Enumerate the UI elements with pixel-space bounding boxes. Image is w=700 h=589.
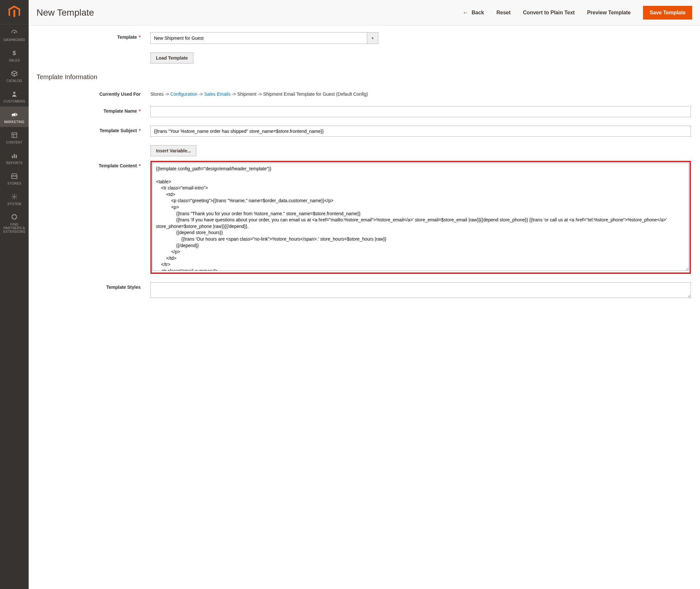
sidebar-label: SALES [9,59,20,62]
magento-logo[interactable] [0,0,29,24]
layout-icon [11,132,18,139]
bar-chart-icon [11,152,18,159]
sidebar-item-dashboard[interactable]: DASHBOARD [0,24,29,45]
sidebar-item-customers[interactable]: CUSTOMERS [0,86,29,107]
currently-used-value: Stores -> Configuration -> Sales Emails … [151,89,691,98]
convert-button[interactable]: Convert to Plain Text [523,10,574,16]
header-actions: ← Back Reset Convert to Plain Text Previ… [462,6,692,20]
chevron-down-icon[interactable]: ▼ [367,32,378,44]
back-button[interactable]: ← Back [462,9,484,16]
template-subject-input[interactable] [151,126,691,137]
sidebar-label: SYSTEM [7,202,21,206]
sidebar-item-reports[interactable]: REPORTS [0,148,29,168]
magento-logo-icon [8,6,20,19]
template-styles-label: Template Styles [36,282,151,290]
svg-rect-8 [12,156,13,158]
currently-used-label: Currently Used For [36,89,151,97]
sidebar-label: DASHBOARD [4,38,25,42]
sidebar-label: CUSTOMERS [4,100,25,103]
template-name-input[interactable] [151,106,691,117]
sidebar-item-marketing[interactable]: MARKETING [0,107,29,127]
svg-point-11 [14,196,15,198]
sidebar-item-sales[interactable]: $ SALES [0,45,29,65]
svg-rect-10 [16,155,17,158]
template-select-value[interactable] [151,32,367,44]
page-title: New Template [36,7,94,18]
person-icon [11,90,18,98]
sidebar-label: CONTENT [6,141,22,144]
template-content-label: Template Content* [36,161,151,168]
sidebar-item-partners[interactable]: FIND PARTNERS & EXTENSIONS [0,209,29,237]
load-template-button[interactable]: Load Template [151,52,193,63]
sidebar-label: STORES [7,182,21,185]
sidebar-label: REPORTS [6,161,22,165]
save-template-button[interactable]: Save Template [643,6,692,20]
arrow-left-icon: ← [462,9,468,16]
sidebar-label: MARKETING [4,120,24,124]
main-content: New Template ← Back Reset Convert to Pla… [29,0,700,589]
reset-button[interactable]: Reset [496,10,511,16]
back-label: Back [471,10,484,16]
svg-text:$: $ [13,49,16,56]
preview-button[interactable]: Preview Template [587,10,631,16]
admin-sidebar: DASHBOARD $ SALES CATALOG CUSTOMERS MARK… [0,0,29,589]
section-title: Template Information [36,73,692,81]
insert-variable-button[interactable]: Insert Variable... [151,145,196,156]
sidebar-item-stores[interactable]: STORES [0,168,29,189]
sidebar-label: CATALOG [7,79,22,83]
template-select[interactable]: ▼ [151,32,378,44]
template-name-label: Template Name* [36,106,151,114]
storefront-icon [11,173,18,180]
svg-line-1 [14,32,16,33]
form-area: Template* ▼ Load Template Template Infor… [29,26,700,314]
sidebar-label: FIND PARTNERS & EXTENSIONS [1,223,27,233]
template-content-highlight [151,161,691,274]
sidebar-item-system[interactable]: SYSTEM [0,189,29,209]
dashboard-icon [11,29,18,36]
template-subject-label: Template Subject* [36,126,151,133]
configuration-link[interactable]: Configuration [170,91,197,97]
template-select-label: Template* [36,32,151,40]
sidebar-item-catalog[interactable]: CATALOG [0,65,29,86]
page-header: New Template ← Back Reset Convert to Pla… [29,0,700,26]
sidebar-item-content[interactable]: CONTENT [0,127,29,148]
svg-rect-5 [12,133,17,138]
template-content-textarea[interactable] [152,163,689,271]
dollar-icon: $ [11,49,18,57]
svg-point-4 [13,92,16,94]
megaphone-icon [11,111,18,118]
svg-rect-9 [14,154,15,158]
sales-emails-link[interactable]: Sales Emails [204,91,231,97]
puzzle-icon [11,214,18,221]
box-icon [11,70,18,77]
template-styles-textarea[interactable] [151,282,691,298]
gear-icon [11,193,18,200]
